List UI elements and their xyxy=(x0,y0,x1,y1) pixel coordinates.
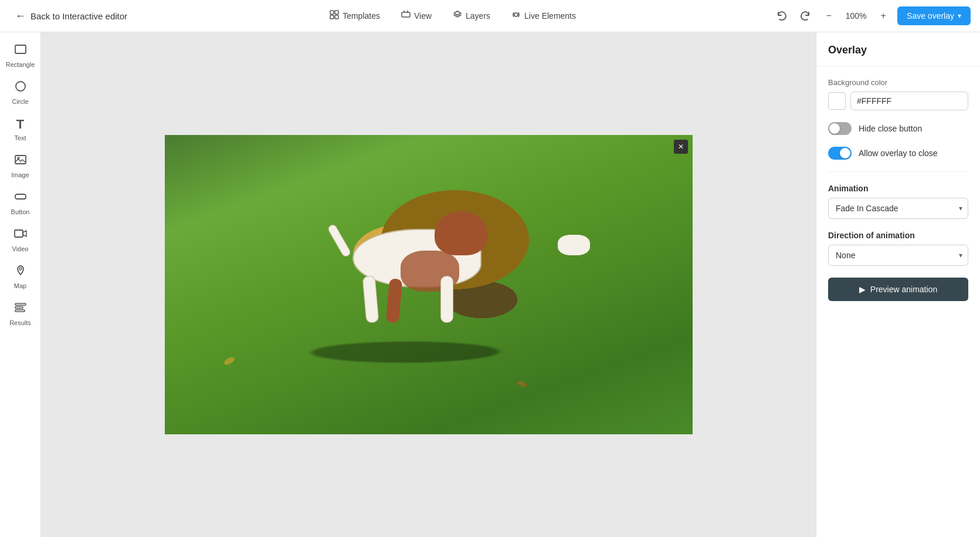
back-button[interactable]: ← Back to Interactive editor xyxy=(9,6,133,26)
svg-rect-8 xyxy=(15,45,26,53)
topbar: ← Back to Interactive editor Templates xyxy=(0,0,980,32)
leaf-2 xyxy=(516,380,528,388)
main-layout: Rectangle Circle T Text Image xyxy=(0,32,980,537)
layers-button[interactable]: Layers xyxy=(445,6,499,25)
dog-snout xyxy=(558,235,590,255)
direction-header: Direction of animation xyxy=(828,231,968,240)
dog-leg-3 xyxy=(440,276,453,323)
canvas-area[interactable]: ✕ xyxy=(41,32,816,537)
svg-rect-10 xyxy=(15,156,26,164)
topbar-right-controls: − 100% + Save overlay ▾ xyxy=(772,6,971,25)
sidebar-item-map[interactable]: Map xyxy=(2,259,39,294)
text-icon: T xyxy=(16,117,24,132)
zoom-in-button[interactable]: + xyxy=(874,6,893,25)
svg-rect-2 xyxy=(330,15,334,19)
direction-section: Direction of animation None Left Right T… xyxy=(828,231,968,266)
dog-leg-2 xyxy=(385,278,402,323)
sidebar-item-image[interactable]: Image xyxy=(2,148,39,183)
animation-section: Animation Fade In Cascade Fade In Slide … xyxy=(828,184,968,219)
sidebar-item-button[interactable]: Button xyxy=(2,185,39,220)
templates-label: Templates xyxy=(343,11,380,21)
background-color-label: Background color xyxy=(828,78,968,87)
svg-rect-15 xyxy=(15,303,26,305)
leaf-1 xyxy=(222,356,235,367)
hide-close-button-label: Hide close button xyxy=(859,124,922,133)
redo-button[interactable] xyxy=(796,6,815,25)
close-handle[interactable]: ✕ xyxy=(674,140,688,154)
sidebar-item-text[interactable]: T Text xyxy=(2,112,39,146)
panel-divider xyxy=(828,171,968,172)
sidebar-item-label: Rectangle xyxy=(6,61,35,68)
left-sidebar: Rectangle Circle T Text Image xyxy=(0,32,41,537)
dog-body xyxy=(329,211,528,329)
background-color-section: Background color xyxy=(828,78,968,110)
sidebar-item-results[interactable]: Results xyxy=(2,296,39,331)
sidebar-item-label: Map xyxy=(14,282,26,289)
dog-shadow xyxy=(307,342,503,363)
view-icon xyxy=(401,10,411,22)
preview-animation-label: Preview animation xyxy=(870,285,937,294)
zoom-level: 100% xyxy=(843,11,869,21)
svg-rect-1 xyxy=(335,11,338,14)
undo-button[interactable] xyxy=(772,6,791,25)
live-elements-button[interactable]: Live Elements xyxy=(503,6,584,25)
canvas-content: ✕ xyxy=(165,135,693,434)
sidebar-item-circle[interactable]: Circle xyxy=(2,75,39,110)
button-icon xyxy=(14,190,27,206)
sidebar-item-label: Video xyxy=(12,245,29,252)
templates-icon xyxy=(330,10,339,22)
svg-point-14 xyxy=(19,268,22,270)
sidebar-item-label: Image xyxy=(11,171,29,178)
direction-select-wrapper: None Left Right Top Bottom ▾ xyxy=(828,245,968,266)
right-panel: Overlay Background color Hide close butt… xyxy=(816,32,980,537)
animation-header: Animation xyxy=(828,184,968,193)
layers-label: Layers xyxy=(466,11,490,21)
direction-select[interactable]: None Left Right Top Bottom xyxy=(828,245,968,266)
sidebar-item-rectangle[interactable]: Rectangle xyxy=(2,38,39,73)
color-text-input[interactable] xyxy=(850,92,968,110)
animation-select-wrapper: Fade In Cascade Fade In Slide In Bounce … xyxy=(828,198,968,219)
svg-rect-0 xyxy=(330,11,334,14)
dog-head xyxy=(435,211,487,255)
view-label: View xyxy=(414,11,432,21)
layers-icon xyxy=(453,10,462,22)
back-arrow-icon: ← xyxy=(15,10,26,22)
image-icon xyxy=(14,153,27,169)
svg-rect-12 xyxy=(15,194,26,199)
svg-rect-13 xyxy=(15,230,23,237)
save-overlay-label: Save overlay xyxy=(907,11,954,21)
view-button[interactable]: View xyxy=(393,6,440,25)
preview-animation-button[interactable]: ▶ Preview animation xyxy=(828,278,968,301)
save-overlay-button[interactable]: Save overlay ▾ xyxy=(897,6,971,25)
hide-close-button-row: Hide close button xyxy=(828,122,968,135)
dog-image xyxy=(165,135,693,434)
svg-rect-3 xyxy=(335,15,338,19)
sidebar-item-label: Button xyxy=(11,208,30,215)
allow-overlay-close-toggle[interactable] xyxy=(828,147,852,160)
sidebar-item-video[interactable]: Video xyxy=(2,222,39,257)
svg-point-7 xyxy=(514,13,518,16)
svg-rect-17 xyxy=(15,310,25,312)
hide-close-button-toggle[interactable] xyxy=(828,122,852,135)
color-swatch[interactable] xyxy=(828,92,846,110)
allow-overlay-close-label: Allow overlay to close xyxy=(859,148,938,158)
dog-tail xyxy=(327,223,352,258)
save-chevron-icon: ▾ xyxy=(958,12,961,20)
video-icon xyxy=(14,227,27,243)
map-icon xyxy=(14,264,27,280)
panel-title: Overlay xyxy=(816,32,980,66)
sidebar-item-label: Text xyxy=(14,134,26,141)
canvas-image[interactable]: ✕ xyxy=(165,135,693,434)
sidebar-item-label: Results xyxy=(9,319,31,326)
animation-select[interactable]: Fade In Cascade Fade In Slide In Bounce … xyxy=(828,198,968,219)
zoom-out-button[interactable]: − xyxy=(819,6,838,25)
live-elements-icon xyxy=(511,10,521,22)
svg-rect-16 xyxy=(15,307,23,309)
rectangle-icon xyxy=(14,43,27,59)
circle-icon xyxy=(14,80,27,96)
toggle-thumb xyxy=(829,123,840,134)
live-elements-label: Live Elements xyxy=(524,11,576,21)
templates-button[interactable]: Templates xyxy=(321,6,388,25)
toggle-thumb-on xyxy=(840,148,850,158)
panel-body: Background color Hide close button xyxy=(816,66,980,313)
